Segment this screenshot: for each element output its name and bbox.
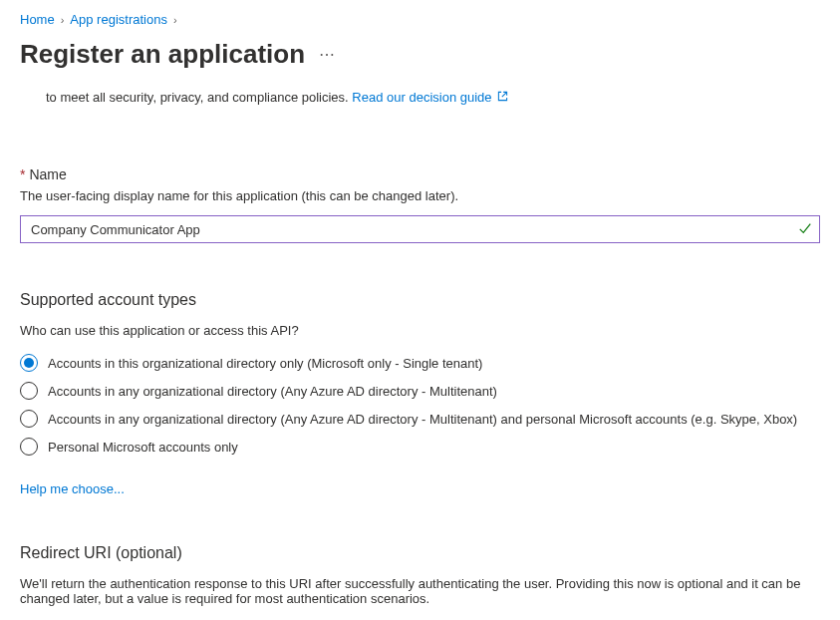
name-help: The user-facing display name for this ap… xyxy=(20,188,820,203)
decision-guide-link[interactable]: Read our decision guide xyxy=(352,90,491,105)
radio-icon xyxy=(20,382,38,400)
account-types-radio-group: Accounts in this organizational director… xyxy=(20,354,820,456)
radio-single-tenant[interactable]: Accounts in this organizational director… xyxy=(20,354,820,372)
radio-personal-only[interactable]: Personal Microsoft accounts only xyxy=(20,438,820,456)
account-types-question: Who can use this application or access t… xyxy=(20,323,820,338)
intro-line: to meet all security, privacy, and compl… xyxy=(46,90,352,105)
required-indicator: * xyxy=(20,166,25,182)
radio-label: Accounts in any organizational directory… xyxy=(48,384,497,399)
breadcrumb: Home › App registrations › xyxy=(0,0,840,33)
intro-text: to meet all security, privacy, and compl… xyxy=(46,90,820,105)
name-label: *Name xyxy=(20,166,820,182)
radio-icon xyxy=(20,354,38,372)
more-icon[interactable]: ⋯ xyxy=(319,45,337,64)
radio-label: Accounts in this organizational director… xyxy=(48,356,482,371)
radio-multitenant-personal[interactable]: Accounts in any organizational directory… xyxy=(20,410,820,428)
chevron-right-icon: › xyxy=(61,14,65,26)
check-icon xyxy=(798,221,812,238)
redirect-uri-heading: Redirect URI (optional) xyxy=(20,544,820,562)
radio-icon xyxy=(20,410,38,428)
account-types-heading: Supported account types xyxy=(20,291,820,309)
radio-icon xyxy=(20,438,38,456)
breadcrumb-app-registrations[interactable]: App registrations xyxy=(70,12,167,27)
chevron-right-icon: › xyxy=(173,14,177,26)
help-me-choose-link[interactable]: Help me choose... xyxy=(20,481,125,496)
page-title: Register an application xyxy=(20,39,305,70)
redirect-uri-desc: We'll return the authentication response… xyxy=(20,576,820,606)
name-input[interactable] xyxy=(20,215,820,243)
external-link-icon xyxy=(497,91,508,105)
radio-multitenant[interactable]: Accounts in any organizational directory… xyxy=(20,382,820,400)
radio-label: Personal Microsoft accounts only xyxy=(48,440,238,455)
breadcrumb-home[interactable]: Home xyxy=(20,12,55,27)
radio-label: Accounts in any organizational directory… xyxy=(48,412,797,427)
name-label-text: Name xyxy=(29,166,66,182)
